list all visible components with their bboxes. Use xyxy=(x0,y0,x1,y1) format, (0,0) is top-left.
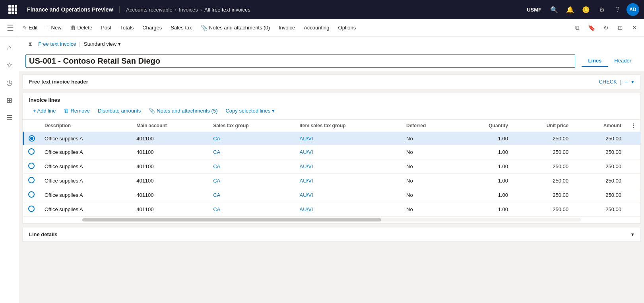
row-radio[interactable] xyxy=(28,206,35,212)
row-quantity: 1.00 xyxy=(458,174,513,188)
line-details-chevron-icon[interactable]: ▾ xyxy=(631,231,634,237)
row-deferred: No xyxy=(402,132,458,145)
copy-selected-button[interactable]: Copy selected lines ▾ xyxy=(221,106,279,115)
help-icon[interactable]: ? xyxy=(611,2,625,17)
search-icon[interactable]: 🔍 xyxy=(547,2,561,17)
line-details-toggle[interactable]: Line details ▾ xyxy=(23,227,640,241)
attachment-icon: 📎 xyxy=(201,25,208,31)
bookmark-icon[interactable]: 🔖 xyxy=(585,21,598,34)
accounting-button[interactable]: Accounting xyxy=(300,23,333,32)
row-sales-tax-group: CA xyxy=(208,202,295,217)
main-layout: ⌂ ☆ ◷ ⊞ ☰ ⧗ Free text invoice | Standard… xyxy=(0,37,644,303)
row-deferred: No xyxy=(402,159,458,174)
collapse-icon[interactable]: ▾ xyxy=(631,79,634,85)
row-radio[interactable] xyxy=(28,148,35,155)
row-radio[interactable] xyxy=(28,191,35,198)
sales-tax-button[interactable]: Sales tax xyxy=(167,23,196,32)
col-description: Description xyxy=(40,120,132,132)
breadcrumb-invoices[interactable]: Invoices xyxy=(179,7,198,13)
breadcrumb-current: All free text invoices xyxy=(204,7,250,13)
check-label[interactable]: CHECK xyxy=(599,79,617,85)
notes-attachments-lines-button[interactable]: 📎 Notes and attachments (5) xyxy=(145,106,221,115)
sidebar-recent-icon[interactable]: ◷ xyxy=(2,75,17,91)
row-deferred: No xyxy=(402,188,458,202)
row-main-account: 401100 xyxy=(132,188,208,202)
row-main-account: 401100 xyxy=(132,159,208,174)
emoji-icon[interactable]: 🙂 xyxy=(579,2,593,17)
delete-button[interactable]: 🗑 Delete xyxy=(66,23,97,33)
new-button[interactable]: + New xyxy=(42,23,65,33)
personalize-icon[interactable]: ⧉ xyxy=(571,21,584,34)
col-main-account: Main account xyxy=(132,120,208,132)
table-row[interactable]: Office supplies A 401100 CA AU/VI No 1.0… xyxy=(23,188,641,202)
row-radio-cell[interactable] xyxy=(23,159,40,174)
table-row[interactable]: Office supplies A 401100 CA AU/VI No 1.0… xyxy=(23,202,641,217)
row-unit-price: 250.00 xyxy=(513,159,573,174)
cmd-bar-right: ⧉ 🔖 ↻ ⊡ ✕ xyxy=(571,21,641,34)
row-radio-cell[interactable] xyxy=(23,132,40,145)
close-icon[interactable]: ✕ xyxy=(628,21,641,34)
refresh-icon[interactable]: ↻ xyxy=(599,21,612,34)
detach-icon[interactable]: ⊡ xyxy=(614,21,627,34)
row-radio[interactable] xyxy=(29,135,35,142)
sidebar-home-icon[interactable]: ⌂ xyxy=(2,40,17,56)
col-quantity: Quantity xyxy=(458,120,513,132)
scrollbar-thumb[interactable] xyxy=(82,218,381,221)
add-line-button[interactable]: + Add line xyxy=(29,106,60,115)
tab-lines[interactable]: Lines xyxy=(582,55,608,67)
sidebar-workspaces-icon[interactable]: ⊞ xyxy=(2,92,17,108)
record-title-input[interactable] xyxy=(25,54,575,68)
nav-toggle-icon[interactable]: ☰ xyxy=(3,21,17,35)
post-button[interactable]: Post xyxy=(97,23,115,32)
status-sep: | xyxy=(620,79,621,85)
edit-button[interactable]: ✎ Edit xyxy=(18,23,41,33)
row-amount: 250.00 xyxy=(573,174,626,188)
table-row[interactable]: Office supplies A 401100 CA AU/VI No 1.0… xyxy=(23,132,641,145)
row-radio-cell[interactable] xyxy=(23,188,40,202)
paperclip-icon: 📎 xyxy=(149,108,155,114)
table-row[interactable]: Office supplies A 401100 CA AU/VI No 1.0… xyxy=(23,174,641,188)
charges-button[interactable]: Charges xyxy=(138,23,166,32)
tab-header[interactable]: Header xyxy=(608,55,638,67)
invoice-button[interactable]: Invoice xyxy=(275,23,299,32)
sidebar-menu-icon[interactable]: ☰ xyxy=(2,110,17,126)
sidebar-favorites-icon[interactable]: ☆ xyxy=(2,57,17,73)
breadcrumb-accounts-receivable[interactable]: Accounts receivable xyxy=(126,7,172,13)
row-radio-cell[interactable] xyxy=(23,145,40,159)
row-item-sales-tax-group: AU/VI xyxy=(295,188,402,202)
row-radio-cell[interactable] xyxy=(23,202,40,217)
top-nav-right: USMF 🔍 🔔 🙂 ⚙ ? AD xyxy=(523,2,639,17)
row-radio[interactable] xyxy=(28,177,35,183)
remove-button[interactable]: 🗑 Remove xyxy=(60,106,93,115)
settings-icon[interactable]: ⚙ xyxy=(595,2,609,17)
col-select xyxy=(23,120,40,132)
notes-attachments-button[interactable]: 📎 Notes and attachments (0) xyxy=(197,23,274,33)
line-details-section: Line details ▾ xyxy=(22,227,641,242)
table-row[interactable]: Office supplies A 401100 CA AU/VI No 1.0… xyxy=(23,159,641,174)
table-row[interactable]: Office supplies A 401100 CA AU/VI No 1.0… xyxy=(23,145,641,159)
invoice-lines-section: Invoice lines + Add line 🗑 Remove Distri… xyxy=(22,93,641,224)
col-more: ⋮ xyxy=(626,120,640,132)
options-button[interactable]: Options xyxy=(334,23,360,32)
row-description: Office supplies A xyxy=(40,174,132,188)
row-radio[interactable] xyxy=(28,163,35,169)
view-selector[interactable]: Standard view ▾ xyxy=(84,41,121,47)
row-quantity: 1.00 xyxy=(458,159,513,174)
invoice-lines-table-container: Description Main account Sales tax group… xyxy=(23,120,640,217)
distribute-amounts-button[interactable]: Distribute amounts xyxy=(94,106,145,115)
filter-icon[interactable]: ⧗ xyxy=(25,39,35,49)
org-selector[interactable]: USMF xyxy=(523,7,545,13)
avatar[interactable]: AD xyxy=(627,3,639,16)
header-section-toggle[interactable]: Free text invoice header CHECK | -- ▾ xyxy=(23,75,640,89)
row-amount: 250.00 xyxy=(573,202,626,217)
top-navigation: Finance and Operations Preview Accounts … xyxy=(0,0,644,19)
totals-button[interactable]: Totals xyxy=(116,23,138,32)
horizontal-scrollbar[interactable] xyxy=(23,217,640,223)
main-content: ⧗ Free text invoice | Standard view ▾ Li… xyxy=(19,37,644,303)
waffle-menu[interactable] xyxy=(5,5,21,14)
row-radio-cell[interactable] xyxy=(23,174,40,188)
row-more-cell xyxy=(626,145,640,159)
notification-icon[interactable]: 🔔 xyxy=(563,2,577,17)
filter-link[interactable]: Free text invoice xyxy=(38,41,76,47)
row-more-cell xyxy=(626,159,640,174)
